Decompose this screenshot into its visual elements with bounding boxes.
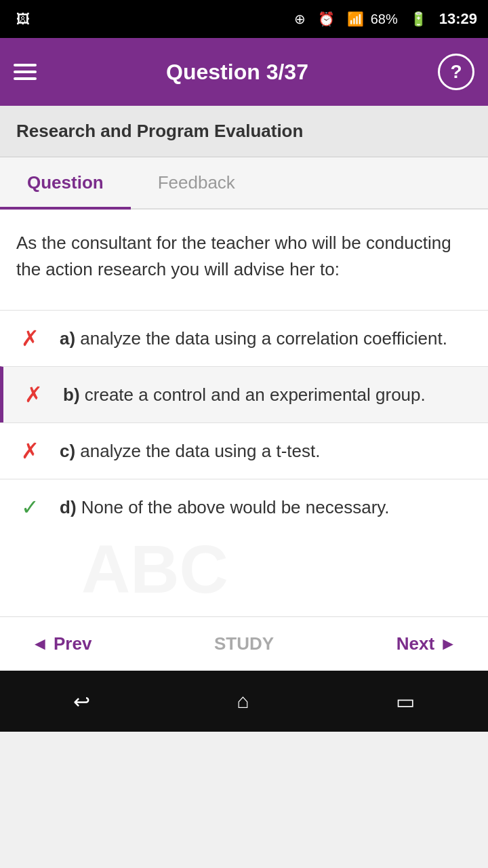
home-button[interactable]: ⌂: [230, 683, 256, 719]
recents-button[interactable]: ▭: [389, 683, 422, 720]
option-b[interactable]: ✗ b) create a control and an experimenta…: [0, 366, 488, 422]
svg-text:ABC: ABC: [81, 538, 228, 607]
help-button[interactable]: ?: [438, 54, 474, 90]
question-content: As the consultant for the teacher who wi…: [0, 210, 488, 310]
section-title: Research and Program Evaluation: [0, 106, 488, 157]
question-text: As the consultant for the teacher who wi…: [16, 230, 472, 283]
bottom-nav: ◄ Prev STUDY Next ►: [0, 616, 488, 671]
status-bar: 🖼 ⊕ ⏰ 📶 68% 🔋 13:29: [0, 0, 488, 38]
option-a-text: a) analyze the data using a correlation …: [60, 326, 447, 351]
option-c-icon: ✗: [16, 438, 43, 464]
menu-button[interactable]: [14, 64, 37, 80]
option-a[interactable]: ✗ a) analyze the data using a correlatio…: [0, 310, 488, 366]
option-c-text: c) analyze the data using a t-test.: [60, 439, 320, 463]
tabs-container: Question Feedback: [0, 157, 488, 210]
option-c[interactable]: ✗ c) analyze the data using a t-test.: [0, 422, 488, 479]
study-button[interactable]: STUDY: [203, 627, 285, 661]
page-title: Question 3/37: [166, 60, 308, 85]
option-b-text: b) create a control and an experimental …: [63, 382, 426, 407]
notification-icon: ⊕: [294, 11, 306, 27]
tab-question[interactable]: Question: [0, 157, 131, 208]
clock-icon: ⏰: [318, 11, 335, 27]
option-d[interactable]: ✓ d) None of the above would be necessar…: [0, 479, 488, 535]
option-d-text: d) None of the above would be necessary.: [60, 495, 390, 519]
battery-level: 68%: [371, 12, 398, 27]
watermark-area: ABC: [0, 535, 488, 616]
image-icon: 🖼: [16, 12, 30, 27]
option-d-icon: ✓: [16, 494, 43, 520]
options-list: ✗ a) analyze the data using a correlatio…: [0, 310, 488, 535]
option-a-icon: ✗: [16, 326, 43, 351]
back-button[interactable]: ↩: [66, 683, 97, 720]
battery-icon: 🔋: [410, 11, 427, 27]
watermark-svg: ABC: [75, 538, 413, 613]
status-time: 13:29: [439, 10, 477, 28]
header: Question 3/37 ?: [0, 38, 488, 106]
system-nav: ↩ ⌂ ▭: [0, 671, 488, 732]
signal-icon: 📶: [347, 11, 364, 27]
option-b-icon: ✗: [20, 382, 47, 408]
next-button[interactable]: Next ►: [386, 627, 468, 661]
prev-button[interactable]: ◄ Prev: [20, 627, 102, 661]
tab-feedback[interactable]: Feedback: [131, 157, 262, 208]
